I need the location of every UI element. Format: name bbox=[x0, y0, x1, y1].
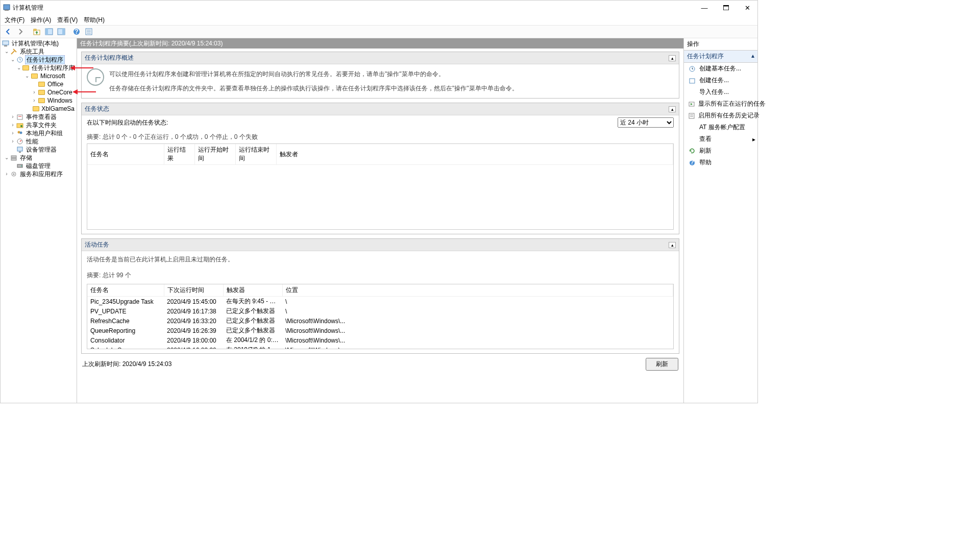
svg-rect-26 bbox=[11, 156, 16, 158]
tree-local-users[interactable]: 本地用户和组 bbox=[25, 129, 64, 137]
tree-windows[interactable]: Windows bbox=[46, 96, 74, 105]
expander-icon[interactable]: ⌄ bbox=[4, 47, 10, 56]
navigation-tree[interactable]: 计算机管理(本地) ⌄系统工具 ⌄任务计划程序 ⌄任务计划程序库 ⌄Micros… bbox=[1, 38, 77, 403]
table-row[interactable]: Pic_2345Upgrade Task2020/4/9 15:45:00在每天… bbox=[87, 297, 673, 307]
properties-button[interactable] bbox=[83, 26, 94, 37]
expander-icon[interactable]: › bbox=[31, 96, 37, 105]
tree-event-viewer[interactable]: 事件查看器 bbox=[25, 113, 58, 121]
close-button[interactable]: ✕ bbox=[741, 4, 753, 12]
tree-device-manager[interactable]: 设备管理器 bbox=[25, 145, 58, 154]
tree-services-apps[interactable]: 服务和应用程序 bbox=[19, 170, 64, 178]
expander-icon[interactable]: ⌄ bbox=[10, 56, 16, 64]
show-hide-action-button[interactable] bbox=[56, 26, 67, 37]
col-next-run[interactable]: 下次运行时间 bbox=[164, 284, 223, 297]
overview-panel: 任务计划程序概述▴ 可以使用任务计划程序来创建和管理计算机将在所指定的时间自动执… bbox=[81, 52, 679, 99]
active-tasks-table[interactable]: 任务名 下次运行时间 触发器 位置 Pic_2345Upgrade Task20… bbox=[87, 284, 674, 349]
help-icon: ? bbox=[688, 159, 696, 166]
status-table[interactable]: 任务名 运行结果 运行开始时间 运行结束时间 触发者 bbox=[87, 143, 674, 230]
up-button[interactable] bbox=[31, 26, 42, 37]
back-button[interactable] bbox=[3, 26, 14, 37]
status-panel: 任务状态▴ 在以下时间段启动的任务状态: 近 24 小时 摘要: 总计 0 个 … bbox=[81, 103, 679, 234]
svg-rect-33 bbox=[690, 79, 695, 83]
app-icon bbox=[3, 4, 11, 12]
col-task-name[interactable]: 任务名 bbox=[87, 284, 164, 297]
tree-office[interactable]: Office bbox=[46, 80, 64, 88]
tree-disk-management[interactable]: 磁盘管理 bbox=[25, 162, 52, 170]
help-button[interactable]: ? bbox=[71, 26, 82, 37]
action-create-basic-task[interactable]: 创建基本任务... bbox=[684, 63, 757, 75]
show-hide-tree-button[interactable] bbox=[43, 26, 55, 37]
col-location[interactable]: 位置 bbox=[282, 284, 673, 297]
tree-microsoft[interactable]: Microsoft bbox=[39, 72, 66, 80]
action-help[interactable]: ?帮助 bbox=[684, 157, 757, 168]
overview-text-1: 可以使用任务计划程序来创建和管理计算机将在所指定的时间自动执行的常见任务。若要开… bbox=[109, 68, 518, 80]
tree-xblgamesave[interactable]: XblGameSa bbox=[40, 105, 76, 113]
expander-icon[interactable]: › bbox=[10, 121, 16, 129]
tree-shared-folders[interactable]: 共享文件夹 bbox=[25, 121, 58, 129]
collapse-icon[interactable]: ▴ bbox=[751, 52, 754, 61]
tree-storage[interactable]: 存储 bbox=[19, 154, 33, 162]
col-task-name[interactable]: 任务名 bbox=[87, 144, 164, 165]
disk-icon bbox=[16, 162, 24, 169]
status-period-select[interactable]: 近 24 小时 bbox=[618, 117, 674, 128]
expander-icon[interactable]: › bbox=[10, 129, 16, 137]
status-period-label: 在以下时间段启动的任务状态: bbox=[87, 118, 618, 127]
storage-icon bbox=[10, 154, 18, 161]
running-icon bbox=[688, 101, 695, 108]
col-result[interactable]: 运行结果 bbox=[164, 144, 194, 165]
forward-button[interactable] bbox=[15, 26, 26, 37]
action-enable-history[interactable]: 启用所有任务历史记录 bbox=[684, 110, 757, 121]
tree-task-scheduler[interactable]: 任务计划程序 bbox=[25, 55, 65, 64]
action-create-task[interactable]: 创建任务... bbox=[684, 75, 757, 86]
action-refresh[interactable]: 刷新 bbox=[684, 145, 757, 157]
expander-icon[interactable]: ⌄ bbox=[4, 154, 10, 162]
col-triggered-by[interactable]: 触发者 bbox=[276, 144, 673, 165]
maximize-button[interactable]: 🗖 bbox=[720, 4, 732, 12]
task-icon bbox=[688, 77, 696, 84]
svg-text:?: ? bbox=[690, 159, 694, 166]
tree-onecore[interactable]: OneCore bbox=[46, 88, 74, 96]
menu-help[interactable]: 帮助(H) bbox=[84, 16, 105, 25]
expander-icon[interactable]: › bbox=[4, 170, 10, 178]
summary-header: 任务计划程序摘要(上次刷新时间: 2020/4/9 15:24:03) bbox=[77, 38, 683, 48]
minimize-button[interactable]: — bbox=[698, 4, 710, 12]
folder-icon bbox=[32, 105, 39, 112]
col-trigger[interactable]: 触发器 bbox=[223, 284, 282, 297]
expander-icon[interactable]: › bbox=[10, 113, 16, 121]
svg-point-22 bbox=[20, 132, 22, 134]
expander-icon[interactable]: › bbox=[31, 88, 37, 96]
table-row[interactable]: Schedule Scan2020/4/9 16:23:30在 2019/7/9… bbox=[87, 345, 673, 349]
table-row[interactable]: Consolidator2020/4/9 18:00:00在 2004/1/2 … bbox=[87, 335, 673, 345]
refresh-button[interactable]: 刷新 bbox=[646, 358, 678, 371]
collapse-button[interactable]: ▴ bbox=[669, 55, 676, 61]
expander-icon[interactable]: ⌄ bbox=[16, 64, 21, 72]
action-at-account[interactable]: AT 服务帐户配置 bbox=[684, 121, 757, 133]
overview-title: 任务计划程序概述 bbox=[85, 54, 669, 62]
expander-icon[interactable]: ⌄ bbox=[24, 72, 30, 80]
collapse-button[interactable]: ▴ bbox=[669, 242, 676, 248]
action-import-task[interactable]: 导入任务... bbox=[684, 86, 757, 98]
collapse-button[interactable]: ▴ bbox=[669, 106, 676, 112]
action-view[interactable]: 查看▸ bbox=[684, 133, 757, 145]
svg-rect-14 bbox=[3, 41, 9, 45]
folder-icon bbox=[16, 121, 24, 129]
tree-performance[interactable]: 性能 bbox=[25, 137, 39, 145]
device-icon bbox=[16, 146, 24, 153]
menu-action[interactable]: 操作(A) bbox=[31, 16, 51, 25]
action-show-running[interactable]: 显示所有正在运行的任务 bbox=[684, 98, 757, 110]
table-row[interactable]: PV_UPDATE2020/4/9 16:17:38已定义多个触发器\ bbox=[87, 306, 673, 316]
col-end[interactable]: 运行结束时间 bbox=[235, 144, 276, 165]
last-refresh-label: 上次刷新时间: 2020/4/9 15:24:03 bbox=[82, 360, 646, 369]
svg-rect-27 bbox=[11, 158, 16, 160]
table-row[interactable]: QueueReporting2020/4/9 16:26:39已定义多个触发器\… bbox=[87, 326, 673, 335]
svg-rect-24 bbox=[17, 147, 22, 151]
col-start[interactable]: 运行开始时间 bbox=[194, 144, 235, 165]
tree-root[interactable]: 计算机管理(本地) bbox=[11, 39, 60, 47]
menu-view[interactable]: 查看(V) bbox=[57, 16, 78, 25]
menu-file[interactable]: 文件(F) bbox=[5, 16, 24, 25]
tree-system-tools[interactable]: 系统工具 bbox=[19, 47, 45, 56]
table-row[interactable]: RefreshCache2020/4/9 16:33:20已定义多个触发器\Mi… bbox=[87, 316, 673, 326]
folder-icon bbox=[37, 81, 45, 88]
tree-task-library[interactable]: 任务计划程序库 bbox=[31, 64, 76, 72]
expander-icon[interactable]: › bbox=[10, 137, 16, 145]
